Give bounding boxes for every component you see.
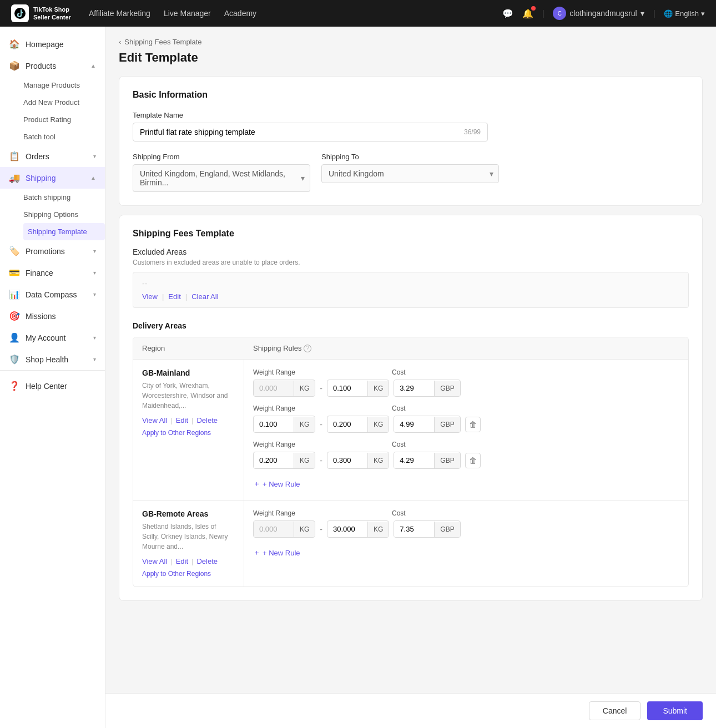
gb-mainland-edit-btn[interactable]: Edit: [176, 416, 188, 424]
rule-1-to-unit: KG: [367, 381, 389, 396]
gb-remote-edit-btn[interactable]: Edit: [176, 557, 188, 565]
main-content: ‹ Shipping Fees Template Edit Template B…: [105, 27, 716, 728]
sidebar-item-promotions[interactable]: 🏷️ Promotions ▾: [0, 240, 105, 262]
gb-mainland-view-all-btn[interactable]: View All: [142, 416, 167, 424]
breadcrumb-parent[interactable]: Shipping Fees Template: [124, 38, 201, 46]
sidebar-item-shop-health[interactable]: 🛡️ Shop Health ▾: [0, 348, 105, 370]
remote-rule-1-to-group[interactable]: KG: [327, 520, 389, 538]
remote-rule-1-cost-group[interactable]: GBP: [394, 520, 460, 538]
sidebar-item-finance[interactable]: 💳 Finance ▾: [0, 262, 105, 284]
rule-3-from-group[interactable]: KG: [253, 452, 315, 469]
gb-remote-apply-btn[interactable]: Apply to Other Regions: [142, 570, 211, 578]
excluded-clear-btn[interactable]: Clear All: [191, 292, 218, 301]
user-menu[interactable]: C clothingandmugsrul ▾: [553, 7, 644, 20]
sidebar-subitem-batch-shipping[interactable]: Batch shipping: [23, 189, 105, 206]
messages-icon[interactable]: 💬: [502, 8, 513, 19]
svg-point-0: [14, 8, 26, 19]
lang-chevron-icon: ▾: [701, 9, 705, 18]
sidebar-item-products[interactable]: 📦 Products ▲: [0, 55, 105, 77]
remote-new-rule-label: + New Rule: [263, 549, 300, 557]
remote-rule-1-dash: -: [320, 525, 322, 534]
nav-affiliate-marketing[interactable]: Affiliate Marketing: [89, 9, 150, 18]
rule-3-inputs: KG - KG GBP: [253, 452, 679, 469]
rule-1-currency: GBP: [434, 381, 460, 396]
rule-3-cost-group[interactable]: GBP: [394, 452, 460, 469]
gb-remote-delete-btn[interactable]: Delete: [196, 557, 218, 565]
rule-1-to-group[interactable]: KG: [327, 380, 389, 397]
rule-1-cost-input[interactable]: [394, 380, 434, 396]
submit-button[interactable]: Submit: [647, 701, 703, 720]
rule-2-delete-btn[interactable]: 🗑: [465, 417, 481, 432]
sidebar-subitem-manage-products[interactable]: Manage Products: [23, 77, 105, 94]
account-icon: 👤: [9, 332, 20, 343]
shipping-chevron-icon: ▲: [90, 175, 96, 181]
excluded-edit-btn[interactable]: Edit: [168, 292, 180, 301]
rule-2-dash: -: [320, 420, 322, 429]
rule-2-to-input[interactable]: [327, 416, 367, 432]
rule-row: Weight Range Cost KG -: [253, 405, 679, 433]
shipping-rules-info-icon[interactable]: ?: [304, 345, 311, 352]
rule-3-to-input[interactable]: [327, 452, 367, 468]
table-row: GB-Remote Areas Shetland Islands, Isles …: [133, 501, 688, 587]
remote-rule-1-cost-input[interactable]: [394, 521, 434, 537]
nav-academy[interactable]: Academy: [224, 9, 256, 18]
rule-3-delete-btn[interactable]: 🗑: [465, 453, 481, 468]
excluded-sep-2: |: [185, 292, 187, 301]
rule-1-cost-group[interactable]: GBP: [394, 380, 460, 397]
shipping-to-select[interactable]: United Kingdom: [321, 164, 499, 183]
rule-2-to-group[interactable]: KG: [327, 416, 389, 433]
gb-mainland-apply-btn[interactable]: Apply to Other Regions: [142, 429, 211, 437]
template-name-group: Template Name 36/99: [133, 111, 689, 141]
rule-3-to-group[interactable]: KG: [327, 452, 389, 469]
rule-1-to-input[interactable]: [327, 380, 367, 396]
gb-mainland-delete-btn[interactable]: Delete: [196, 416, 218, 424]
shipping-from-group: Shipping From United Kingdom, England, W…: [133, 153, 310, 192]
sidebar-item-help[interactable]: ❓ Help Center: [0, 375, 105, 397]
rule-1-from-input: [254, 380, 294, 396]
rule-2-from-group[interactable]: KG: [253, 416, 315, 433]
sidebar-subitem-product-rating[interactable]: Product Rating: [23, 111, 105, 128]
sidebar-label-missions: Missions: [26, 312, 96, 321]
template-name-input[interactable]: [140, 128, 464, 136]
delivery-areas-label: Delivery Areas: [133, 321, 689, 330]
sidebar-item-account[interactable]: 👤 My Account ▾: [0, 327, 105, 348]
gb-mainland-new-rule-btn[interactable]: ＋ + New Rule: [253, 477, 300, 491]
gb-mainland-actions: View All | Edit | Delete: [142, 416, 235, 424]
sidebar-subitem-add-product[interactable]: Add New Product: [23, 94, 105, 111]
sidebar-label-orders: Orders: [26, 152, 88, 161]
products-icon: 📦: [9, 60, 20, 71]
gb-remote-new-rule-btn[interactable]: ＋ + New Rule: [253, 545, 300, 560]
logo[interactable]: TikTok ShopSeller Center: [11, 4, 71, 22]
cancel-button[interactable]: Cancel: [589, 701, 641, 720]
rule-3-cost-input[interactable]: [394, 452, 434, 468]
sidebar-item-orders[interactable]: 📋 Orders ▾: [0, 145, 105, 167]
rule-2-cost-input[interactable]: [394, 416, 434, 432]
sidebar-subitem-shipping-options[interactable]: Shipping Options: [23, 206, 105, 223]
gb-remote-view-all-btn[interactable]: View All: [142, 557, 167, 565]
rule-3-from-input[interactable]: [254, 452, 294, 468]
gb-remote-actions: View All | Edit | Delete: [142, 557, 235, 565]
sidebar-subitem-shipping-template[interactable]: Shipping Template: [23, 223, 105, 240]
sidebar-subitem-batch-tool[interactable]: Batch tool: [23, 128, 105, 145]
notifications-icon[interactable]: 🔔: [522, 8, 533, 19]
shipping-from-select[interactable]: United Kingdom, England, West Midlands, …: [133, 164, 310, 192]
rule-row: Weight Range Cost KG -: [253, 368, 679, 397]
language-selector[interactable]: 🌐 English ▾: [664, 9, 705, 18]
sidebar-item-missions[interactable]: 🎯 Missions: [0, 305, 105, 327]
shipping-from-label: Shipping From: [133, 153, 310, 161]
remote-rule-1-inputs: KG - KG GBP: [253, 520, 679, 538]
rule-2-cost-group[interactable]: GBP: [394, 416, 460, 433]
sidebar-label-homepage: Homepage: [26, 40, 96, 49]
sidebar-item-homepage[interactable]: 🏠 Homepage: [0, 33, 105, 55]
excluded-view-btn[interactable]: View: [142, 292, 158, 301]
sidebar-label-help: Help Center: [26, 382, 96, 391]
sidebar-label-shop-health: Shop Health: [26, 355, 88, 364]
rule-3-weight-label: Weight Range: [253, 441, 359, 448]
rule-2-from-input[interactable]: [254, 416, 294, 432]
nav-live-manager[interactable]: Live Manager: [164, 9, 211, 18]
remote-rule-1-to-input[interactable]: [327, 521, 367, 537]
rule-1-labels: Weight Range Cost: [253, 368, 679, 376]
sidebar-item-shipping[interactable]: 🚚 Shipping ▲: [0, 167, 105, 189]
missions-icon: 🎯: [9, 311, 20, 321]
sidebar-item-data-compass[interactable]: 📊 Data Compass ▾: [0, 284, 105, 305]
